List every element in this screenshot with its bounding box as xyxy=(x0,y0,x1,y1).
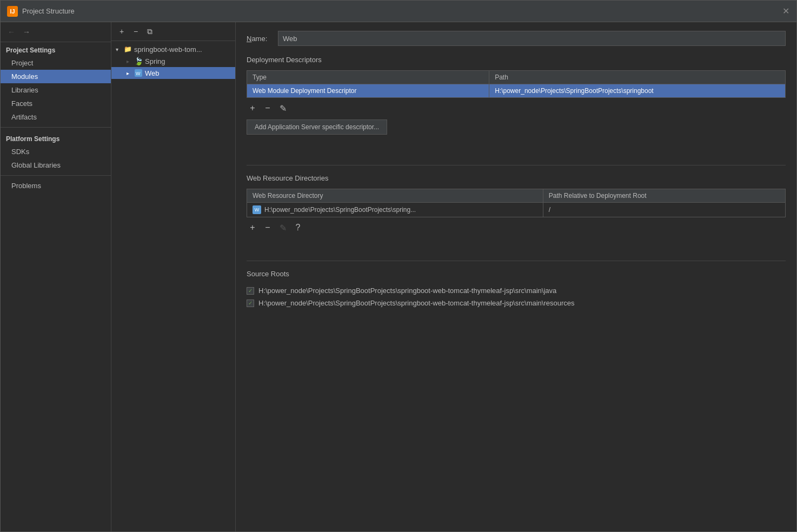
col-header-wrd: Web Resource Directory xyxy=(247,189,543,203)
web-resource-icon: W xyxy=(253,205,261,214)
wrd-directory-cell: W H:\power_node\Projects\SpringBootProje… xyxy=(247,203,543,217)
tree-leaf-arrow: ▸ xyxy=(127,58,133,64)
tree-add-button[interactable]: + xyxy=(116,25,128,37)
project-settings-header: Project Settings xyxy=(1,42,111,56)
folder-icon: 📁 xyxy=(123,45,132,54)
tree-root-label: springboot-web-tom... xyxy=(134,45,202,54)
tree-content: ▾ 📁 springboot-web-tom... ▸ 🍃 Spring ▸ xyxy=(111,41,235,531)
sidebar: ← → Project Settings Project Modules Lib… xyxy=(1,22,111,531)
sidebar-item-modules[interactable]: Modules xyxy=(1,70,111,83)
tree-root-item[interactable]: ▾ 📁 springboot-web-tom... xyxy=(111,43,235,55)
sidebar-item-problems[interactable]: Problems xyxy=(1,179,111,192)
forward-button[interactable]: → xyxy=(20,25,33,38)
web-resource-row: W H:\power_node\Projects\SpringBootProje… xyxy=(253,205,537,214)
web-resource-dirs-section: Web Resource Directories Web Resource Di… xyxy=(247,174,786,239)
web-icon: W xyxy=(134,69,143,77)
name-input[interactable] xyxy=(278,31,786,46)
wrd-help-button[interactable]: ? xyxy=(292,222,304,234)
tree-expand-arrow: ▾ xyxy=(116,46,122,52)
close-button[interactable]: ✕ xyxy=(781,7,790,16)
source-checkbox-0[interactable] xyxy=(247,287,254,295)
wrd-remove-button[interactable]: − xyxy=(262,222,274,234)
web-resource-dirs-table: Web Resource Directory Path Relative to … xyxy=(247,189,786,217)
spring-icon: 🍃 xyxy=(134,57,143,65)
sidebar-divider-2 xyxy=(1,175,111,176)
dd-remove-button[interactable]: − xyxy=(262,102,274,114)
deployment-descriptors-table: Type Path Web Module Deployment Descript… xyxy=(247,70,786,98)
main-content: ← → Project Settings Project Modules Lib… xyxy=(1,22,796,531)
sidebar-item-global-libraries[interactable]: Global Libraries xyxy=(1,158,111,172)
tree-remove-button[interactable]: − xyxy=(130,25,142,37)
tree-spring-label: Spring xyxy=(145,57,165,65)
tree-panel: + − ⧉ ▾ 📁 springboot-web-tom... ▸ 🍃 Spri… xyxy=(111,22,236,531)
sidebar-divider xyxy=(1,127,111,128)
app-icon: IJ xyxy=(7,6,18,17)
col-header-type: Type xyxy=(247,71,489,84)
web-resource-dirs-title: Web Resource Directories xyxy=(247,174,786,184)
deployment-descriptors-title: Deployment Descriptors xyxy=(247,56,786,66)
table-row[interactable]: W H:\power_node\Projects\SpringBootProje… xyxy=(247,203,786,217)
title-bar: IJ Project Structure ✕ xyxy=(1,1,796,22)
source-roots-title: Source Roots xyxy=(247,270,786,280)
sidebar-item-facets[interactable]: Facets xyxy=(1,97,111,110)
dd-table-actions: + − ✎ xyxy=(247,102,786,114)
tree-item-web[interactable]: ▸ W Web xyxy=(111,67,235,79)
dd-edit-button[interactable]: ✎ xyxy=(277,102,289,114)
source-row-1: H:\power_node\Projects\SpringBootProject… xyxy=(247,297,786,309)
wrd-edit-button[interactable]: ✎ xyxy=(277,222,289,234)
name-field-row: Name: xyxy=(247,31,786,46)
dd-path-cell: H:\power_node\Projects\SpringBootProject… xyxy=(489,84,786,98)
add-descriptor-button[interactable]: Add Application Server specific descript… xyxy=(247,119,387,135)
sidebar-item-project[interactable]: Project xyxy=(1,56,111,70)
name-label: Name: xyxy=(247,35,274,43)
tree-web-label: Web xyxy=(145,69,160,77)
tree-copy-button[interactable]: ⧉ xyxy=(144,25,156,37)
tree-item-spring[interactable]: ▸ 🍃 Spring xyxy=(111,55,235,67)
source-row-0: H:\power_node\Projects\SpringBootProject… xyxy=(247,284,786,297)
wrd-add-button[interactable]: + xyxy=(247,222,258,234)
sidebar-item-libraries[interactable]: Libraries xyxy=(1,83,111,97)
separator-2 xyxy=(247,261,786,261)
main-panel: Name: Deployment Descriptors Type Path xyxy=(236,22,796,531)
wrd-path-text: H:\power_node\Projects\SpringBootProject… xyxy=(264,206,416,214)
sidebar-item-sdks[interactable]: SDKs xyxy=(1,145,111,158)
wrd-relpath-cell: / xyxy=(543,203,785,217)
dd-type-cell: Web Module Deployment Descriptor xyxy=(247,84,489,98)
source-path-1: H:\power_node\Projects\SpringBootProject… xyxy=(258,299,575,307)
project-structure-window: IJ Project Structure ✕ ← → Project Setti… xyxy=(0,0,797,532)
svg-text:W: W xyxy=(136,71,141,76)
col-header-relpath: Path Relative to Deployment Root xyxy=(543,189,785,203)
source-roots-section: Source Roots H:\power_node\Projects\Spri… xyxy=(247,270,786,309)
back-button[interactable]: ← xyxy=(5,25,18,38)
sidebar-nav: ← → xyxy=(1,22,111,42)
table-row[interactable]: Web Module Deployment Descriptor H:\powe… xyxy=(247,84,786,98)
tree-web-arrow: ▸ xyxy=(127,70,133,76)
deployment-descriptors-section: Deployment Descriptors Type Path Web Mod… xyxy=(247,56,786,143)
separator-1 xyxy=(247,165,786,165)
sidebar-item-artifacts[interactable]: Artifacts xyxy=(1,110,111,124)
source-path-0: H:\power_node\Projects\SpringBootProject… xyxy=(258,287,556,295)
window-title: Project Structure xyxy=(22,7,781,15)
wrd-table-actions: + − ✎ ? xyxy=(247,222,786,234)
tree-toolbar: + − ⧉ xyxy=(111,22,235,41)
source-checkbox-1[interactable] xyxy=(247,300,254,307)
platform-settings-header: Platform Settings xyxy=(1,131,111,145)
col-header-path: Path xyxy=(489,71,786,84)
dd-add-button[interactable]: + xyxy=(247,102,258,114)
